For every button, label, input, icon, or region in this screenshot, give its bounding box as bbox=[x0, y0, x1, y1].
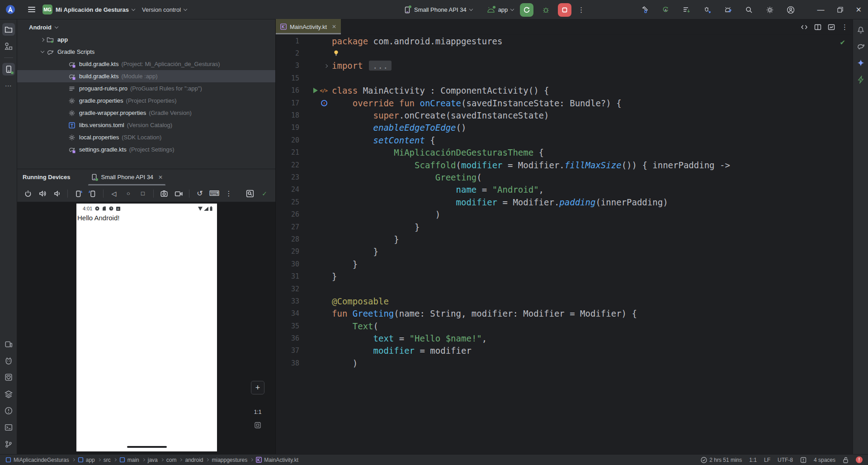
rotate-left-icon[interactable] bbox=[72, 188, 85, 199]
code-line-36[interactable]: 36 text = "Hello $name!", bbox=[276, 332, 853, 344]
tree-item-proguard-rules-pro[interactable]: proguard-rules.pro(ProGuard Rules for ":… bbox=[17, 82, 275, 95]
account-icon[interactable] bbox=[785, 4, 797, 16]
more-actions-kebab-icon[interactable]: ⋮ bbox=[578, 6, 585, 14]
code-line-33[interactable]: 33@Composable bbox=[276, 295, 853, 307]
screen-record-icon[interactable] bbox=[172, 188, 185, 199]
code-line-2[interactable]: 2 bbox=[276, 47, 853, 59]
restore-button[interactable] bbox=[837, 7, 843, 13]
code-line-35[interactable]: 35 Text( bbox=[276, 320, 853, 332]
power-icon[interactable] bbox=[22, 188, 34, 199]
compose-preview-gutter-icon[interactable]: </> bbox=[320, 88, 327, 94]
editor-tab-mainactivity[interactable]: MainActivity.kt ✕ bbox=[276, 19, 341, 34]
breadcrumb-miappgestures[interactable]: miappgestures bbox=[212, 457, 247, 463]
app-insights-icon[interactable] bbox=[2, 371, 15, 384]
caret-position-widget[interactable]: 1:1 bbox=[749, 457, 757, 463]
device-selector[interactable]: Small Phone API 34 bbox=[404, 6, 472, 14]
build-variants-icon[interactable] bbox=[681, 4, 693, 16]
breadcrumb-app[interactable]: app bbox=[78, 457, 95, 463]
running-device-tab[interactable]: Small Phone API 34 ✕ bbox=[87, 169, 166, 185]
resource-manager-icon[interactable] bbox=[2, 40, 15, 52]
code-line-29[interactable]: 29 } bbox=[276, 246, 853, 258]
fold-gutter-icon[interactable] bbox=[325, 63, 327, 69]
screenshot-icon[interactable] bbox=[158, 188, 170, 199]
git-branch-icon[interactable] bbox=[2, 438, 15, 451]
code-area[interactable]: ✔ 1package com.android.miappgestures23im… bbox=[276, 35, 853, 454]
running-devices-icon[interactable] bbox=[2, 63, 15, 76]
split-view-icon[interactable] bbox=[814, 24, 821, 31]
close-icon[interactable]: ✕ bbox=[158, 174, 163, 180]
tree-item-gradle-properties[interactable]: gradle.properties(Project Properties) bbox=[17, 95, 275, 107]
code-line-21[interactable]: 21 MiAplicaciónDeGesturasTheme { bbox=[276, 147, 853, 159]
code-view-icon[interactable] bbox=[801, 24, 808, 31]
home-icon[interactable]: ○ bbox=[122, 188, 135, 199]
code-line-16[interactable]: 16</>class MainActivity : ComponentActiv… bbox=[276, 85, 853, 97]
version-control-menu[interactable]: Version control bbox=[142, 6, 187, 13]
code-line-17[interactable]: 17↑ override fun onCreate(savedInstanceS… bbox=[276, 97, 853, 109]
settings-gear-icon[interactable] bbox=[764, 4, 776, 16]
code-line-31[interactable]: 31} bbox=[276, 270, 853, 282]
notifications-bell-icon[interactable] bbox=[854, 23, 867, 36]
breadcrumb-src[interactable]: src bbox=[104, 457, 111, 463]
code-line-30[interactable]: 30 } bbox=[276, 258, 853, 270]
chevron-down-icon[interactable] bbox=[39, 51, 46, 52]
problems-icon[interactable] bbox=[2, 404, 15, 417]
code-line-23[interactable]: 23 Greeting( bbox=[276, 171, 853, 183]
device-manager-icon[interactable] bbox=[2, 337, 15, 350]
minimize-button[interactable]: — bbox=[817, 6, 825, 14]
close-button[interactable]: ✕ bbox=[856, 5, 862, 14]
close-icon[interactable]: ✕ bbox=[332, 24, 336, 30]
code-line-34[interactable]: 34fun Greeting(name: String, modifier: M… bbox=[276, 308, 853, 320]
project-view-selector[interactable]: Android bbox=[17, 19, 275, 33]
search-icon[interactable] bbox=[743, 4, 755, 16]
tree-item-app[interactable]: app bbox=[17, 33, 275, 46]
breadcrumb-java[interactable]: java bbox=[148, 457, 158, 463]
hardware-input-icon[interactable]: ⌨ bbox=[208, 188, 221, 199]
code-line-22[interactable]: 22 Scaffold(modifier = Modifier.fillMaxS… bbox=[276, 159, 853, 171]
ready-check-icon[interactable]: ✓ bbox=[258, 188, 271, 199]
terminal-icon[interactable] bbox=[2, 421, 15, 434]
tree-item-build-gradle-kts[interactable]: build.gradle.kts(Module :app) bbox=[17, 70, 275, 82]
run-configuration-selector[interactable]: app bbox=[487, 6, 514, 13]
code-line-3[interactable]: 3import ... bbox=[276, 60, 853, 72]
volume-up-icon[interactable] bbox=[36, 188, 49, 199]
tree-item-gradle-scripts[interactable]: Gradle Scripts bbox=[17, 46, 275, 58]
code-line-37[interactable]: 37 modifier = modifier bbox=[276, 345, 853, 357]
code-line-15[interactable]: 15 bbox=[276, 72, 853, 84]
recents-icon[interactable]: □ bbox=[137, 188, 149, 199]
emulator-screen[interactable]: 4:01 A Hello Android! bbox=[76, 204, 217, 451]
studio-bot-icon[interactable] bbox=[722, 4, 734, 16]
file-warning-icon[interactable] bbox=[800, 457, 807, 463]
time-tracker-widget[interactable]: 2 hrs 51 mins bbox=[701, 457, 742, 463]
code-line-24[interactable]: 24 name = "Android", bbox=[276, 184, 853, 196]
layers-icon[interactable] bbox=[2, 388, 15, 400]
code-line-1[interactable]: 1package com.android.miappgestures bbox=[276, 35, 853, 47]
chevron-right-icon[interactable] bbox=[39, 38, 46, 41]
intention-bulb-icon[interactable] bbox=[333, 50, 340, 57]
inspections-ok-icon[interactable]: ✔ bbox=[840, 38, 845, 47]
code-line-20[interactable]: 20 setContent { bbox=[276, 134, 853, 146]
editor-kebab-icon[interactable]: ⋮ bbox=[841, 23, 848, 31]
stop-button[interactable] bbox=[558, 3, 571, 17]
more-kebab-icon[interactable]: ⋮ bbox=[222, 188, 235, 199]
code-line-19[interactable]: 19 enableEdgeToEdge() bbox=[276, 122, 853, 134]
assistant-bolt-icon[interactable] bbox=[854, 73, 867, 86]
debug-button[interactable] bbox=[540, 4, 552, 16]
snapshot-icon[interactable]: ↺ bbox=[193, 188, 206, 199]
back-icon[interactable]: ◁ bbox=[108, 188, 120, 199]
run-gutter-icon[interactable] bbox=[313, 88, 318, 93]
main-menu-icon[interactable] bbox=[28, 7, 35, 12]
design-view-icon[interactable] bbox=[828, 24, 835, 31]
attach-debugger-icon[interactable] bbox=[702, 4, 713, 16]
gemini-star-icon[interactable] bbox=[854, 57, 867, 69]
logcat-icon[interactable] bbox=[2, 354, 15, 367]
code-line-18[interactable]: 18 super.onCreate(savedInstanceState) bbox=[276, 109, 853, 121]
line-ending-widget[interactable]: LF bbox=[764, 457, 770, 463]
overrides-gutter-icon[interactable]: ↑ bbox=[321, 100, 327, 106]
code-line-27[interactable]: 27 } bbox=[276, 221, 853, 233]
code-line-25[interactable]: 25 modifier = Modifier.padding(innerPadd… bbox=[276, 196, 853, 208]
gradle-icon[interactable] bbox=[854, 40, 867, 52]
code-line-26[interactable]: 26 ) bbox=[276, 208, 853, 220]
breadcrumb-main[interactable]: main bbox=[119, 457, 139, 463]
error-notification-badge[interactable]: ! bbox=[856, 456, 863, 463]
zoom-in-button[interactable]: + bbox=[251, 381, 264, 394]
